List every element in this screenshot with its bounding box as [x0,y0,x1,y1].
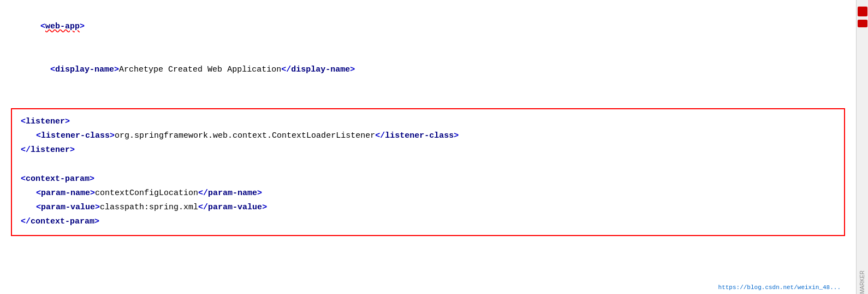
sidebar-label: MARKER [859,266,865,294]
cb11: > [257,189,262,198]
lb12: < [36,203,41,212]
top-code-section: <web-app> <display-name>Archetype Create… [11,5,845,92]
web-app-tag: web-app [45,22,80,31]
cb13: > [262,203,267,212]
cb9: > [90,174,94,184]
listener-open-line: <listener> [21,115,835,129]
blank-line-1 [21,157,835,172]
display-name-open-tag: display-name [55,65,114,74]
lb5: < [21,117,26,126]
listener-close-line: </listener> [21,143,835,157]
listener-class-line: <listener-class>org.springframework.web.… [21,129,835,143]
display-name-line: <display-name>Archetype Created Web Appl… [11,49,845,92]
context-param-open-tag: context-param [26,174,90,184]
param-value-line: <param-value>classpath:spring.xml</param… [21,201,835,215]
cb10: > [90,189,95,198]
listener-open-tag: listener [26,117,65,126]
sidebar-marker-1 [858,7,867,16]
param-name-line: <param-name>contextConfigLocation</param… [21,186,835,201]
cb8: > [70,145,75,155]
cb14: > [94,217,99,226]
context-param-close-line: </context-param> [21,215,835,229]
lb10: < [36,189,41,198]
open-bracket-4: </ [281,65,291,74]
lb7: </ [375,131,385,140]
param-value-open-tag: param-value [41,203,95,212]
cb5: > [65,117,70,126]
code-editor: <web-app> <display-name>Archetype Create… [0,0,856,294]
close-bracket-3: > [114,65,119,74]
param-value-close-tag: param-value [208,203,262,212]
param-name-content: contextConfigLocation [95,189,198,198]
cb12: > [95,203,100,212]
cb6: > [110,131,115,140]
boxed-code-section: <listener> <listener-class>org.springfra… [11,108,845,236]
lb14: </ [21,217,31,226]
param-value-content: classpath:spring.xml [100,203,198,212]
display-name-close-tag: display-name [291,65,350,74]
cb7: > [454,131,459,140]
page-url: https://blog.csdn.net/weixin_48... [718,284,841,291]
listener-class-content: org.springframework.web.context.ContextL… [115,131,375,140]
display-name-content: Archetype Created Web Application [119,65,281,74]
context-param-open-line: <context-param> [21,172,835,186]
right-sidebar: MARKER [856,0,868,294]
close-bracket-4: > [350,65,355,74]
lb11: </ [198,189,208,198]
param-name-open-tag: param-name [41,189,90,198]
indent-space [40,65,50,74]
open-bracket-1: < [40,22,45,31]
sidebar-marker-2 [858,20,867,27]
lb8: </ [21,145,31,155]
param-name-close-tag: param-name [208,189,257,198]
close-bracket-1: > [80,22,85,31]
lb6: < [36,131,41,140]
listener-close-tag: listener [31,145,70,155]
web-app-open-line: <web-app> [11,5,845,49]
listener-class-open-tag: listener-class [41,131,110,140]
listener-class-close-tag: listener-class [385,131,454,140]
open-bracket-2: < [50,65,55,74]
context-param-close-tag: context-param [31,217,94,226]
lb9: < [21,174,26,184]
lb13: </ [198,203,208,212]
